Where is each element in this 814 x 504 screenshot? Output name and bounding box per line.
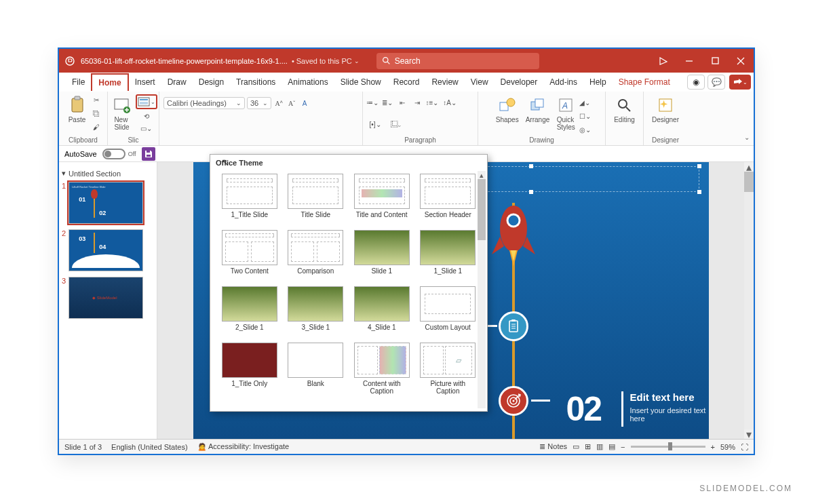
tab-shape-format[interactable]: Shape Format — [613, 74, 676, 90]
autosave-toggle[interactable] — [102, 149, 125, 159]
paragraph-group-label: Paragraph — [404, 136, 436, 145]
connector-2 — [531, 400, 550, 402]
line-spacing-icon[interactable]: ↕≡⌄ — [427, 97, 438, 108]
popup-scrollbar[interactable]: ▴ — [478, 171, 486, 408]
view-normal-icon[interactable]: ▭ — [573, 442, 579, 451]
smartart-icon[interactable]: ⿺⌄ — [387, 119, 404, 130]
slide-counter[interactable]: Slide 1 of 3 — [64, 443, 102, 451]
copy-icon[interactable]: ⿻ — [91, 108, 102, 119]
layout-option[interactable]: Section Header — [416, 171, 481, 226]
cut-icon[interactable]: ✂ — [91, 94, 102, 105]
grow-font-icon[interactable]: A^ — [273, 98, 284, 109]
paste-button[interactable]: Paste — [65, 94, 90, 125]
layout-label: Picture with Caption — [419, 380, 478, 395]
layout-option[interactable]: Title and Content — [349, 171, 414, 226]
thumbnail-2[interactable]: 2 03 04 — [62, 229, 154, 271]
minimize-button[interactable] — [676, 49, 702, 73]
tab-slideshow[interactable]: Slide Show — [334, 74, 387, 90]
collapse-ribbon-icon[interactable]: ⌄ — [744, 134, 750, 141]
view-sorter-icon[interactable]: ⊞ — [585, 442, 591, 451]
text-direction-icon[interactable]: ↕A⌄ — [442, 97, 458, 108]
layout-option[interactable]: Slide 1 — [349, 227, 414, 282]
arrange-button[interactable]: Arrange — [523, 94, 553, 125]
svg-rect-24 — [659, 99, 672, 111]
shapes-button[interactable]: Shapes — [493, 94, 522, 125]
zoom-level[interactable]: 59% — [720, 443, 735, 451]
layout-option[interactable]: 1_Slide 1 — [416, 227, 481, 282]
tab-file[interactable]: File — [66, 74, 91, 90]
shape-effects-icon[interactable]: ◎⌄ — [579, 124, 590, 135]
camera-mode-button[interactable]: ◉ — [687, 75, 705, 90]
tab-developer[interactable]: Developer — [495, 74, 544, 90]
maximize-button[interactable] — [702, 49, 728, 73]
reset-icon[interactable]: ⟲ — [141, 111, 152, 121]
indent-left-icon[interactable]: ⇤ — [397, 97, 408, 108]
thumbnail-1[interactable]: 1 Liftoff Rocket Timeline Slide 01 02 — [62, 182, 154, 224]
tab-addins[interactable]: Add-ins — [543, 74, 583, 90]
tab-home[interactable]: Home — [91, 73, 128, 91]
share-button[interactable]: ⌄ — [729, 75, 751, 90]
tab-draw[interactable]: Draw — [161, 74, 193, 90]
zoom-out-button[interactable]: − — [621, 443, 625, 451]
close-button[interactable] — [728, 49, 754, 73]
layout-option[interactable]: Title Slide — [284, 171, 349, 226]
zoom-in-button[interactable]: + — [711, 443, 715, 451]
format-painter-icon[interactable]: 🖌 — [91, 121, 102, 132]
view-reading-icon[interactable]: ▥ — [596, 442, 603, 451]
shape-outline-icon[interactable]: ☐⌄ — [579, 111, 590, 121]
tab-record[interactable]: Record — [387, 74, 426, 90]
indent-right-icon[interactable]: ⇥ — [412, 97, 423, 108]
font-size-combo[interactable]: 36⌄ — [247, 97, 271, 109]
thumbnail-3[interactable]: 3 ◆ SlideModel — [62, 277, 154, 319]
layout-option[interactable]: Two Content — [217, 227, 282, 282]
tab-insert[interactable]: Insert — [129, 74, 161, 90]
layout-option[interactable]: 3_Slide 1 — [284, 284, 349, 338]
layout-option[interactable]: 1_Title Only — [217, 340, 282, 402]
tab-transitions[interactable]: Transitions — [230, 74, 282, 90]
section-header[interactable]: ▾ Untitled Section — [62, 169, 154, 178]
layout-option[interactable]: 4_Slide 1 — [349, 284, 414, 338]
align-text-icon[interactable]: [•]⌄ — [367, 119, 383, 130]
svg-point-17 — [507, 98, 515, 106]
tab-design[interactable]: Design — [193, 74, 230, 90]
layout-option[interactable]: Blank — [284, 340, 349, 402]
bullets-icon[interactable]: ≔⌄ — [367, 97, 378, 108]
scroll-down-icon[interactable]: ▾ — [744, 429, 754, 439]
layout-option[interactable]: Custom Layout — [416, 284, 481, 338]
accessibility-status[interactable]: 🙍 Accessibility: Investigate — [197, 442, 290, 451]
layout-option[interactable]: Content with Caption — [349, 340, 414, 402]
new-slide-button[interactable]: New Slide — [110, 94, 134, 132]
language-status[interactable]: English (United States) — [111, 443, 188, 451]
designer-button[interactable]: Designer — [649, 94, 682, 125]
save-button[interactable] — [142, 147, 155, 161]
vertical-scrollbar[interactable]: ▴ ▾ — [744, 162, 754, 439]
shrink-font-icon[interactable]: Aˇ — [286, 98, 297, 109]
layout-option[interactable]: ▱Picture with Caption — [416, 340, 481, 402]
shape-fill-icon[interactable]: ◢⌄ — [579, 97, 590, 108]
tab-view[interactable]: View — [465, 74, 495, 90]
notes-button[interactable]: ≣ Notes — [539, 442, 567, 451]
save-status[interactable]: • Saved to this PC ⌄ — [292, 57, 360, 65]
slides-group-label: Slic — [128, 136, 138, 145]
layout-option[interactable]: 2_Slide 1 — [217, 284, 282, 338]
view-slideshow-icon[interactable]: ▤ — [608, 442, 615, 451]
comments-button[interactable]: 💬 — [708, 75, 725, 90]
section-icon[interactable]: ▭⌄ — [141, 123, 152, 134]
search-box[interactable]: Search — [376, 53, 539, 69]
tab-help[interactable]: Help — [583, 74, 613, 90]
svg-point-29 — [507, 214, 520, 227]
zoom-slider[interactable] — [631, 446, 705, 448]
coming-soon-icon[interactable] — [651, 49, 676, 73]
quick-styles-button[interactable]: AQuick Styles — [554, 94, 578, 132]
tab-review[interactable]: Review — [425, 74, 464, 90]
layout-button[interactable]: ⌄ — [136, 94, 157, 109]
editing-button[interactable]: Editing — [611, 94, 638, 125]
numbering-icon[interactable]: ≣⌄ — [382, 97, 393, 108]
layout-option[interactable]: 1_Title Slide — [217, 171, 282, 226]
layout-option[interactable]: Comparison — [284, 227, 349, 282]
fit-to-window-icon[interactable]: ⛶ — [741, 443, 748, 451]
clear-format-icon[interactable]: A — [299, 98, 310, 109]
tab-animations[interactable]: Animations — [282, 74, 334, 90]
font-name-combo[interactable]: Calibri (Headings)⌄ — [163, 97, 245, 109]
scroll-up-icon[interactable]: ▴ — [744, 162, 754, 172]
